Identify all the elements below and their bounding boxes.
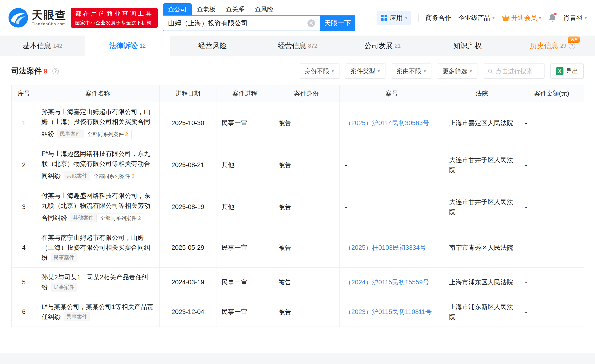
cause-filter-dropdown[interactable]: 案由不限 ▾ xyxy=(391,63,432,79)
search-input[interactable] xyxy=(168,20,307,27)
row-index: 5 xyxy=(12,267,36,297)
case-amount: - xyxy=(520,186,584,228)
case-role: 被告 xyxy=(273,102,340,144)
notification-badge xyxy=(553,12,557,16)
tab-historical-info[interactable]: 历史信息29VIP? xyxy=(510,35,595,56)
col-header: 案件名称 xyxy=(36,85,160,102)
search-tab-relation[interactable]: 查关系 xyxy=(221,3,250,15)
case-type-filter-label: 案件类型 xyxy=(351,67,375,75)
table-search-input[interactable] xyxy=(496,68,540,75)
section-count: 9 xyxy=(44,67,48,75)
case-number: - xyxy=(345,203,347,210)
tab-business-info[interactable]: 经营信息872 xyxy=(255,35,340,56)
nav-biz-coop[interactable]: 商务合作 xyxy=(426,14,451,22)
case-type-filter-dropdown[interactable]: 案件类型 ▾ xyxy=(345,63,385,79)
main-tabbar: 基本信息142法律诉讼12经营风险经营信息872公司发展21知识产权历史信息29… xyxy=(0,35,595,56)
tab-basic-info[interactable]: 基本信息142 xyxy=(0,35,85,56)
page-bottom xyxy=(0,353,595,364)
series-label: 全部同系列案件 xyxy=(100,215,136,221)
brand-logo[interactable]: 天眼查 TianYanCha.com xyxy=(8,7,67,28)
series-label: 全部同系列案件 xyxy=(87,132,124,137)
case-number-cell: （2025）桂0103民初3334号 xyxy=(340,228,444,267)
row-index: 2 xyxy=(12,144,36,186)
user-menu[interactable]: 肖青羽 ▾ xyxy=(563,14,587,22)
help-icon[interactable]: ? xyxy=(52,68,59,74)
case-name-cell: F*与上海趣盛网络科技有限公司，东九联（北京）物流有限公司等相关劳动合同纠纷其他… xyxy=(36,144,160,186)
chevron-down-icon: ▾ xyxy=(378,68,380,74)
tab-count: 142 xyxy=(53,43,62,49)
top-nav: 应用 ▾ 商务合作 企业级产品 ▾ 开通会员 ▾ 肖青羽 ▾ xyxy=(377,11,587,25)
promo-banner: 都在用的商业查询工具 国家中小企业发展子基金旗下机构 xyxy=(71,8,158,28)
apps-menu-button[interactable]: 应用 ▾ xyxy=(377,11,411,25)
nav-open-vip[interactable]: 开通会员 ▾ xyxy=(502,14,541,22)
case-number-link[interactable]: （2024）沪0115民初15559号 xyxy=(345,279,429,286)
table-search-box[interactable] xyxy=(483,63,545,79)
nav-enterprise[interactable]: 企业级产品 ▾ xyxy=(459,14,495,22)
case-number-link[interactable]: （2025）沪0114民初30563号 xyxy=(345,119,429,126)
export-label: 导出 xyxy=(566,67,578,75)
chevron-down-icon: ▾ xyxy=(539,15,541,21)
tab-count: 12 xyxy=(140,43,146,49)
apps-label: 应用 xyxy=(390,14,403,22)
identity-filter-dropdown[interactable]: 身份不限 ▾ xyxy=(299,63,340,79)
tab-company-development[interactable]: 公司发展21 xyxy=(340,35,425,56)
vip-label: 开通会员 xyxy=(511,14,537,22)
notifications-button[interactable] xyxy=(548,14,556,22)
case-progress: 民事一审 xyxy=(216,267,273,297)
case-name-cell: 崔某与南宁山姆超市有限公司，山姆（上海）投资有限公司相关买卖合同纠纷民事案件 xyxy=(36,228,160,267)
export-button[interactable]: X 导出 xyxy=(550,63,584,79)
table-row: 1孙某与上海嘉定山姆超市有限公司，山姆（上海）投资有限公司相关买卖合同纠纷民事案… xyxy=(12,102,584,144)
court-name: 南宁市青秀区人民法院 xyxy=(444,228,520,267)
tab-count: 21 xyxy=(395,43,401,49)
case-name-cell: L*与某某公司，某某公司1等相关产品责任纠纷民事案件 xyxy=(36,297,160,327)
promo-line2: 国家中小企业发展子基金旗下机构 xyxy=(75,20,153,26)
case-number-link[interactable]: （2025）桂0103民初3334号 xyxy=(345,244,426,251)
header-row: 序号案件名称进程日期案件进程案件身份案号法院案件金额(元) xyxy=(12,85,584,102)
search-button[interactable]: 天眼一下 xyxy=(320,15,355,31)
clear-search-icon[interactable]: ✕ xyxy=(307,20,315,27)
search-row: ✕ 天眼一下 xyxy=(163,15,355,31)
progress-date: 2025-05-29 xyxy=(160,228,216,267)
tab-operational-risk[interactable]: 经营风险 xyxy=(170,35,255,56)
case-type-tag: 民事案件 xyxy=(57,129,84,138)
search-icon xyxy=(488,68,493,74)
search-tab-boss[interactable]: 查老板 xyxy=(192,3,221,15)
tab-legal-proceedings[interactable]: 法律诉讼12 xyxy=(85,35,170,56)
case-type-tag: 民事案件 xyxy=(51,253,77,262)
chevron-down-icon: ▾ xyxy=(585,15,587,21)
vip-badge: VIP xyxy=(568,36,580,43)
case-progress: 民事一审 xyxy=(216,228,273,267)
case-number-link[interactable]: （2023）沪0115民初110811号 xyxy=(345,308,432,315)
help-icon[interactable]: ? xyxy=(569,43,575,49)
section-header: 司法案件 9 ? 身份不限 ▾ 案件类型 ▾ 案由不限 ▾ 更多筛选 ▾ xyxy=(11,63,584,79)
case-name-cell: 孙某与上海嘉定山姆超市有限公司，山姆（上海）投资有限公司相关买卖合同纠纷民事案件… xyxy=(36,102,160,144)
cases-table-head: 序号案件名称进程日期案件进程案件身份案号法院案件金额(元) xyxy=(12,85,584,102)
search-tab-company[interactable]: 查公司 xyxy=(163,3,192,15)
more-filters-dropdown[interactable]: 更多筛选 ▾ xyxy=(437,63,477,79)
tab-label: 公司发展 xyxy=(364,41,393,51)
progress-date: 2024-03-19 xyxy=(160,267,216,297)
case-name-cell: 孙某2与司某1，司某2相关产品责任纠纷民事案件 xyxy=(36,267,160,297)
case-amount: - xyxy=(520,102,584,144)
case-progress: 其他 xyxy=(216,186,273,228)
cause-filter-label: 案由不限 xyxy=(397,67,421,75)
series-cases-button[interactable]: 全部同系列案件2 xyxy=(84,130,132,139)
court-name: 大连市甘井子区人民法院 xyxy=(444,186,520,228)
search-tabs: 查公司查老板查关系查风险 xyxy=(163,5,355,15)
case-number-cell: - xyxy=(340,144,444,186)
tab-intellectual-property[interactable]: 知识产权 xyxy=(425,35,510,56)
chevron-down-icon: ▾ xyxy=(492,15,495,21)
case-amount: - xyxy=(520,297,584,327)
series-cases-button[interactable]: 全部同系列案件2 xyxy=(90,172,138,181)
chevron-down-icon: ▾ xyxy=(424,68,426,74)
case-type-tag: 民事案件 xyxy=(51,283,77,292)
enterprise-label: 企业级产品 xyxy=(459,14,490,22)
header: 天眼查 TianYanCha.com 都在用的商业查询工具 国家中小企业发展子基… xyxy=(0,0,595,35)
divider xyxy=(418,14,419,22)
case-name[interactable]: L*与某某公司，某某公司1等相关产品责任纠纷 xyxy=(42,303,154,320)
series-cases-button[interactable]: 全部同系列案件2 xyxy=(97,214,144,223)
cases-table: 序号案件名称进程日期案件进程案件身份案号法院案件金额(元) 1孙某与上海嘉定山姆… xyxy=(11,85,584,327)
case-amount: - xyxy=(520,267,584,297)
court-name: 上海市浦东区人民法院 xyxy=(444,267,520,297)
search-tab-risk[interactable]: 查风险 xyxy=(250,3,278,15)
